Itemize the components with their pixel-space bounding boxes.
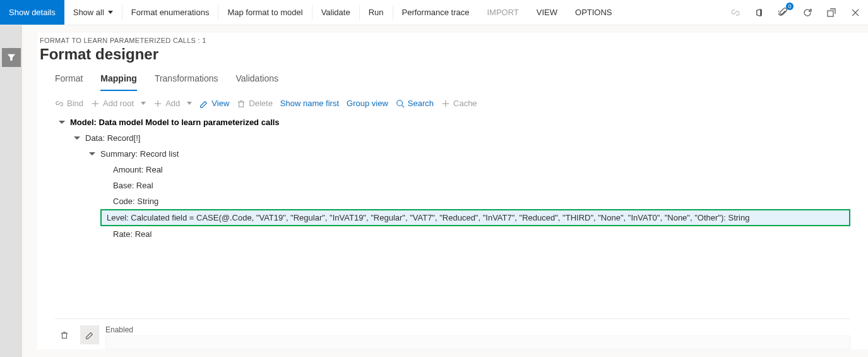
tree-node-data[interactable]: Data: Record[!]	[70, 130, 850, 146]
tool-add-label: Add	[165, 99, 180, 108]
datasource-tree: Model: Data model Model to learn paramet…	[37, 114, 868, 306]
tool-search-label: Search	[408, 99, 434, 108]
tree-node-amount[interactable]: Amount: Real	[100, 162, 850, 178]
enabled-label: Enabled	[105, 325, 850, 334]
left-rail	[0, 25, 22, 357]
filter-icon[interactable]	[2, 48, 21, 67]
office-icon[interactable]	[753, 6, 766, 19]
cmd-options[interactable]: OPTIONS	[566, 0, 621, 25]
cmd-map-format-to-model[interactable]: Map format to model	[218, 0, 311, 25]
page-title: Format designer	[37, 44, 868, 68]
tool-group-view-label: Group view	[347, 99, 388, 108]
cmd-validate[interactable]: Validate	[312, 0, 359, 25]
tree-node-label: Code: String	[113, 197, 158, 206]
tabs: Format Mapping Transformations Validatio…	[37, 68, 868, 91]
enabled-input[interactable]	[105, 336, 850, 349]
tree-node-base[interactable]: Base: Real	[100, 178, 850, 193]
cmd-import[interactable]: IMPORT	[478, 0, 527, 25]
tree-node-label: Amount: Real	[113, 165, 163, 174]
bottom-panel: Enabled	[55, 318, 850, 349]
svg-rect-16	[62, 333, 67, 338]
cmd-show-details[interactable]: Show details	[0, 0, 64, 25]
tool-delete[interactable]: Delete	[237, 99, 273, 108]
svg-rect-9	[239, 102, 244, 107]
tree-node-code[interactable]: Code: String	[100, 193, 850, 209]
refresh-icon[interactable]	[801, 6, 814, 19]
tree-node-rate[interactable]: Rate: Real	[100, 226, 850, 242]
cmd-run[interactable]: Run	[360, 0, 393, 25]
cmd-format-enumerations[interactable]: Format enumerations	[122, 0, 218, 25]
command-bar-left: Show details Show all Format enumeration…	[0, 0, 639, 25]
expander-icon[interactable]	[57, 118, 66, 127]
breadcrumb: FORMAT TO LEARN PARAMETERIZED CALLS : 1	[37, 33, 868, 44]
enabled-field: Enabled	[105, 325, 850, 349]
tree-node-model[interactable]: Model: Data model Model to learn paramet…	[55, 114, 850, 130]
tree-node-label: Summary: Record list	[100, 149, 179, 159]
tree-node-level[interactable]: Level: Calculated field = CASE(@.Code, "…	[100, 209, 850, 226]
tool-cache-label: Cache	[453, 99, 477, 108]
tool-view-label: View	[211, 99, 229, 108]
link-icon[interactable]	[729, 6, 742, 19]
expander-icon[interactable]	[73, 134, 81, 143]
tool-add-root-label: Add root	[103, 99, 134, 108]
tool-add-root[interactable]: Add root	[91, 99, 146, 108]
tool-bind[interactable]: Bind	[55, 99, 83, 108]
tool-cache[interactable]: Cache	[441, 99, 477, 108]
tree-node-summary[interactable]: Summary: Record list	[85, 146, 850, 162]
cmd-search-icon[interactable]	[621, 0, 639, 25]
tree-node-label: Level: Calculated field = CASE(@.Code, "…	[107, 213, 749, 222]
svg-rect-2	[828, 11, 833, 16]
tree-node-label: Model: Data model Model to learn paramet…	[70, 118, 280, 127]
tool-show-name-first-label: Show name first	[280, 99, 339, 108]
edit-button[interactable]	[80, 325, 99, 344]
tool-view[interactable]: View	[199, 99, 229, 108]
mapping-toolbar: Bind Add root Add View Delete	[37, 91, 868, 114]
attachments-icon[interactable]: 0	[777, 6, 790, 19]
expander-icon[interactable]	[88, 150, 97, 159]
tree-node-label: Rate: Real	[113, 229, 152, 239]
svg-line-13	[401, 105, 404, 107]
tab-transformations[interactable]: Transformations	[155, 68, 218, 91]
popout-icon[interactable]	[825, 6, 838, 19]
tool-search[interactable]: Search	[396, 99, 434, 108]
tab-validations[interactable]: Validations	[236, 68, 278, 91]
cmd-view[interactable]: VIEW	[528, 0, 566, 25]
tool-group-view[interactable]: Group view	[347, 99, 388, 108]
tree-node-label: Data: Record[!]	[85, 133, 140, 143]
cmd-show-all[interactable]: Show all	[64, 0, 122, 25]
tree-node-label: Base: Real	[113, 181, 153, 190]
command-bar-right: 0	[729, 0, 868, 25]
close-icon[interactable]	[849, 6, 862, 19]
tool-show-name-first[interactable]: Show name first	[280, 99, 339, 108]
tool-delete-label: Delete	[249, 99, 273, 108]
tab-mapping[interactable]: Mapping	[100, 68, 137, 91]
cmd-performance-trace[interactable]: Performance trace	[393, 0, 479, 25]
command-bar: Show details Show all Format enumeration…	[0, 0, 868, 25]
svg-point-12	[397, 100, 403, 106]
delete-button[interactable]	[55, 325, 74, 344]
tool-bind-label: Bind	[67, 99, 83, 108]
tool-add[interactable]: Add	[153, 99, 192, 108]
tab-format[interactable]: Format	[55, 68, 83, 91]
main-area: FORMAT TO LEARN PARAMETERIZED CALLS : 1 …	[22, 25, 868, 357]
attachments-badge: 0	[786, 3, 794, 10]
